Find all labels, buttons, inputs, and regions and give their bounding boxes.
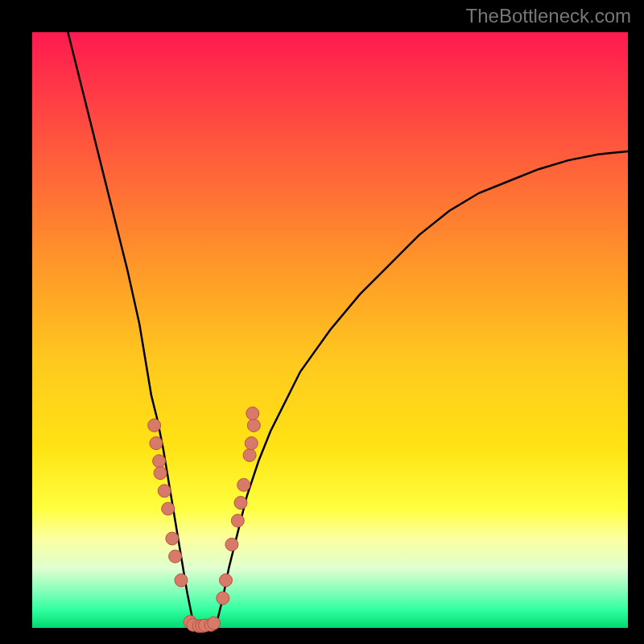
data-marker [231,514,244,527]
data-marker [220,574,233,587]
data-marker [169,550,182,563]
data-marker [153,455,166,468]
watermark-label: TheBottleneck.com [466,5,631,27]
data-marker [166,532,179,545]
data-marker [234,497,247,510]
data-marker [225,538,238,551]
data-marker [154,467,167,480]
data-marker [175,574,188,587]
data-marker [246,407,259,420]
data-marker [217,592,229,605]
data-marker [208,617,221,630]
data-marker [245,437,258,450]
data-marker [237,478,250,491]
data-marker [148,419,161,431]
data-marker [247,419,260,431]
data-marker [243,448,256,461]
data-marker [158,485,171,497]
chart-svg [0,0,644,644]
data-marker [150,437,163,450]
bottleneck-curve [68,32,628,628]
data-marker [162,502,175,515]
